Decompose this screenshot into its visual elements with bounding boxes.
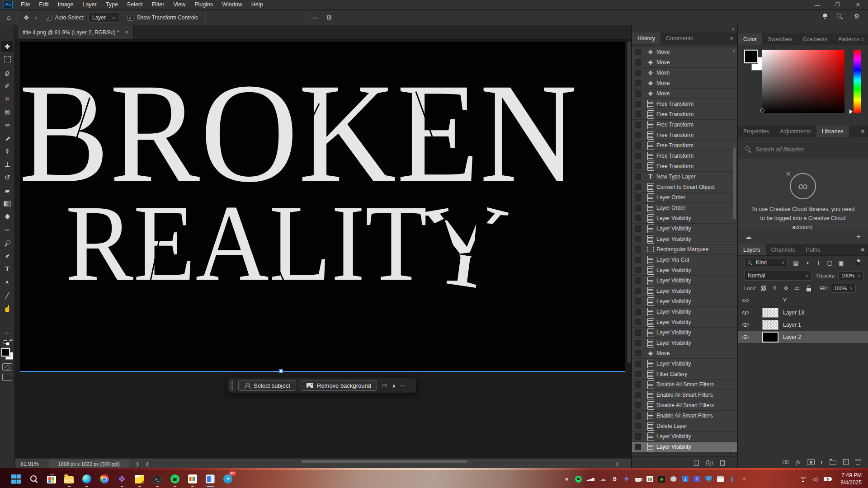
layer-filter-icon[interactable]: ◑ [802,259,813,266]
panel-tab[interactable]: Adjustments [774,126,816,137]
history-source-checkbox[interactable] [635,267,641,273]
history-step[interactable]: Layer Visibility [632,442,738,452]
chevron-left-icon[interactable]: ❮ [616,461,619,466]
tool-button[interactable] [1,303,13,314]
menu-item[interactable]: Image [53,0,78,9]
tray-icon[interactable] [705,476,712,482]
menu-item[interactable]: View [169,0,190,9]
history-step[interactable]: New Type Layer [632,172,738,182]
history-step[interactable]: Move [632,89,738,99]
align-button[interactable] [283,14,291,21]
tray-icon[interactable] [729,475,736,483]
taskbar-clock[interactable]: 7:49 PM 9/4/2025 [840,470,862,488]
align-button[interactable] [258,14,266,21]
cloud-sync-icon[interactable]: ☁ [745,233,752,241]
history-source-checkbox[interactable] [635,361,641,367]
align-button[interactable] [246,14,254,21]
panel-menu-icon[interactable]: ≡ [861,128,864,135]
panel-tab[interactable]: Paths [800,244,826,255]
remove-background-button[interactable]: Remove background [301,380,377,391]
history-step[interactable]: Layer Visibility [632,276,738,286]
swap-colors-icon[interactable]: ⇄ [9,338,13,342]
history-step[interactable]: Layer Via Cut [632,255,738,265]
new-layer-icon[interactable] [843,459,849,465]
history-source-checkbox[interactable] [635,70,641,76]
layer-thumbnail[interactable] [762,296,778,305]
taskbar-app-button[interactable] [131,470,148,488]
menu-item[interactable]: Edit [34,0,53,9]
tool-button[interactable] [1,277,13,288]
layer-visibility-toggle[interactable] [738,319,753,331]
taskbar-app-button[interactable] [95,470,113,488]
chevron-right-icon[interactable]: ❯ [136,461,139,466]
notifications-bell-icon[interactable] [822,14,828,19]
history-source-checkbox[interactable] [635,246,641,253]
tool-button[interactable] [1,119,13,131]
history-step[interactable]: Free Transform [632,120,738,130]
quick-mask-button[interactable] [2,363,12,371]
transform-handle[interactable] [279,369,283,373]
layer-filter-icon[interactable]: ▢ [824,259,835,266]
transform-icon[interactable]: ▱ [382,381,387,389]
hue-slider-pointer[interactable] [849,109,853,114]
move-tool-icon[interactable]: ✥ [21,14,31,21]
tray-icon[interactable] [575,476,582,483]
taskbar-app-button[interactable] [201,470,219,488]
horizontal-scrollbar[interactable] [302,460,467,463]
lock-pixels-icon[interactable]: ✏ [772,285,778,291]
history-step[interactable]: Layer Visibility [632,359,738,369]
history-step[interactable]: Free Transform [632,161,738,172]
layer-row[interactable]: Layer 13 [738,307,868,319]
tray-icon[interactable] [599,475,606,483]
chevron-left-icon[interactable]: ❮ [146,461,149,466]
close-button[interactable]: ✕ [848,0,868,9]
libraries-search-input[interactable] [755,146,846,153]
history-source-checkbox[interactable] [635,49,641,55]
tool-button[interactable] [1,316,13,327]
transform-edge-line[interactable] [20,371,625,372]
history-source-checkbox[interactable] [635,142,641,149]
history-source-checkbox[interactable] [635,444,641,450]
canvas[interactable]: BROKEN REALITYYYY [20,42,625,372]
panel-tab[interactable]: History [632,33,660,44]
align-button[interactable] [222,14,230,21]
taskbar-app-button[interactable] [113,470,131,488]
delete-layer-icon[interactable] [855,459,861,465]
tray-icon[interactable] [563,475,570,483]
layer-mask-icon[interactable] [807,459,812,465]
history-step[interactable]: Layer Visibility [632,328,738,338]
history-source-checkbox[interactable] [635,80,641,86]
tray-icon[interactable] [623,476,630,482]
history-step[interactable]: Move [632,47,738,57]
vertical-scrollbar[interactable] [627,41,631,363]
adjustments-icon[interactable]: ◑ [391,382,395,389]
drag-handle-icon[interactable] [230,380,234,390]
layer-filter-icon[interactable]: ▣ [835,259,847,266]
history-source-checkbox[interactable] [635,174,641,180]
minimize-button[interactable]: — [807,0,827,9]
screen-mode-button[interactable] [2,374,12,381]
panel-menu-icon[interactable]: ≡ [861,36,864,42]
align-button[interactable] [270,14,278,21]
layer-name[interactable]: Y [783,297,787,304]
tray-icon[interactable] [646,476,653,482]
taskbar-app-button[interactable]: 90 [219,470,236,488]
menu-item[interactable]: Plugins [190,0,217,9]
tool-button[interactable] [1,237,13,249]
foreground-color-swatch[interactable] [744,50,758,63]
history-source-checkbox[interactable] [635,319,641,325]
tool-button[interactable] [1,198,13,209]
tool-button[interactable] [1,211,13,222]
layer-visibility-toggle[interactable] [738,307,753,319]
new-group-icon[interactable] [830,460,836,465]
history-source-checkbox[interactable] [635,205,641,211]
layer-thumbnail[interactable] [762,320,778,330]
new-document-from-state-icon[interactable] [694,460,699,466]
taskbar-app-button[interactable] [148,470,166,488]
tool-button[interactable] [1,106,13,117]
opacity-value[interactable]: 100%∨ [838,271,863,280]
gear-icon[interactable]: ⚙ [324,14,334,22]
tool-button[interactable] [1,41,13,52]
history-source-checkbox[interactable] [635,329,641,336]
history-step[interactable]: Move [632,348,738,359]
